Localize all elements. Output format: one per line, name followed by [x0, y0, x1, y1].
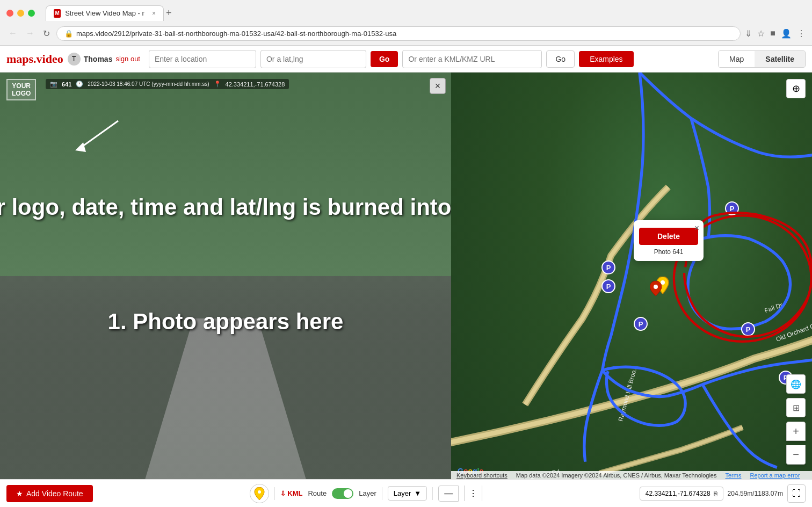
popup-photo-label: Photo 641 [639, 248, 698, 256]
parking-circle-3: P [601, 279, 615, 293]
map-background: Barney Rd Reservoir St Reservoir St Raym… [451, 73, 812, 507]
selected-pin-marker[interactable] [650, 281, 662, 298]
sign-out-link[interactable]: sign out [115, 55, 140, 63]
location-input[interactable] [149, 50, 256, 68]
parking-circle-4: P [634, 317, 648, 331]
sv-overlay-text2: 1. Photo appears here [108, 309, 344, 335]
forward-button[interactable]: → [24, 26, 37, 40]
coords-text: 42.334211,-71.674328 [646, 490, 711, 497]
pin-icon-button[interactable] [250, 484, 269, 503]
add-video-route-button[interactable]: ★ Add Video Route [6, 485, 93, 502]
location-badge: 42.334211,-71.674328 ⎘ [640, 487, 723, 501]
parking-circle-5: P [741, 322, 755, 336]
globe-view-button[interactable]: 🌐 [786, 374, 806, 394]
sv-logo-line1: YOUR [12, 82, 31, 90]
kml-input[interactable] [402, 50, 542, 68]
layer-dropdown[interactable]: Layer ▼ [388, 486, 427, 501]
distance-text: 204.59m/1183.07m [728, 490, 783, 497]
parking-marker-5[interactable]: P [741, 322, 755, 336]
star-icon[interactable]: ☆ [757, 28, 765, 39]
route-label: Route [308, 489, 327, 497]
location-arrow-button[interactable]: ⊕ [786, 79, 806, 98]
sv-overlay-text1: 2. Your logo, date, time and lat/lng is … [0, 194, 451, 220]
map-satellite-toggle: Map Satellite [718, 50, 806, 68]
map-view-button[interactable]: Map [719, 51, 755, 67]
crosshair-icon: ⊕ [792, 83, 800, 95]
copy-icon[interactable]: ⎘ [714, 490, 717, 497]
parking-circle-2: P [601, 260, 615, 274]
sv-sky [0, 73, 451, 276]
latlng-input[interactable] [260, 50, 366, 68]
popup-close-button[interactable]: × [694, 223, 699, 233]
zoom-out-button[interactable]: − [786, 445, 806, 465]
parking-marker-4[interactable]: P [634, 317, 648, 331]
terms-link[interactable]: Terms [726, 472, 742, 479]
url-bar[interactable]: 🔒 maps.video/2912/private-31-ball-st-nor… [56, 26, 741, 41]
toolbar-center-controls: ⇩ KML Route Layer Layer ▼ — ⋮ [250, 484, 482, 503]
url-text: maps.video/2912/private-31-ball-st-north… [76, 30, 396, 38]
sv-logo-line2: LOGO [12, 90, 31, 97]
user-avatar: T [68, 53, 81, 66]
menu-icon[interactable]: ⋮ [797, 28, 806, 39]
window-minimize-button[interactable] [17, 10, 24, 17]
sv-close-button[interactable]: × [430, 78, 446, 94]
route-layer-toggle[interactable] [332, 488, 353, 499]
sv-metadata-bar: 📷 641 🕐 2022-10-03 18:46:07 UTC (yyyy-mm… [46, 79, 289, 89]
svg-point-11 [258, 490, 261, 494]
svg-marker-1 [75, 142, 86, 152]
go-button-1[interactable]: Go [371, 51, 398, 67]
add-route-star-icon: ★ [16, 489, 23, 498]
layer-label: Layer [359, 489, 376, 497]
brand-logo[interactable]: maps.video [6, 52, 63, 66]
back-button[interactable]: ← [6, 26, 19, 40]
report-problem-link[interactable]: Report a map error [750, 472, 800, 479]
go-button-2[interactable]: Go [546, 50, 575, 68]
parking-marker-2[interactable]: P [601, 260, 615, 274]
main-content: YOUR LOGO 📷 641 🕐 2022-10-03 18:46:07 UT… [0, 73, 812, 507]
new-tab-button[interactable]: + [166, 8, 172, 19]
parking-marker-3[interactable]: P [601, 279, 615, 293]
browser-tab[interactable]: M Street View Video Map - map... × [46, 5, 164, 21]
bottom-toolbar: ★ Add Video Route ⇩ KML Route Layer Laye… [0, 479, 812, 507]
toolbar-sep1 [274, 487, 275, 500]
download-icon[interactable]: ⇓ [745, 28, 752, 39]
sv-clock-icon: 🕐 [76, 81, 83, 88]
grid-view-button[interactable]: ⊞ [786, 398, 806, 417]
tab-title: Street View Video Map - map... [65, 9, 144, 17]
layer-dropdown-arrow: ▼ [414, 489, 421, 497]
extensions-icon[interactable]: ■ [770, 28, 775, 38]
popup-delete-button[interactable]: Delete [639, 228, 698, 245]
parking-marker-1[interactable]: P [725, 201, 739, 215]
map-controls: 🌐 ⊞ + − [786, 374, 806, 465]
tab-close-button[interactable]: × [152, 10, 156, 17]
tab-favicon: M [54, 9, 61, 18]
toolbar-right-controls: 42.334211,-71.674328 ⎘ 204.59m/1183.07m … [640, 484, 806, 503]
toolbar-sep3 [432, 487, 433, 500]
zoom-in-button[interactable]: + [786, 422, 806, 441]
sv-logo-box: YOUR LOGO [6, 79, 36, 100]
window-close-button[interactable] [6, 10, 13, 17]
map-panel[interactable]: Barney Rd Reservoir St Reservoir St Raym… [451, 73, 812, 507]
sv-logo-indicator: YOUR LOGO [6, 79, 36, 100]
satellite-view-button[interactable]: Satellite [755, 51, 805, 67]
profile-icon[interactable]: 👤 [781, 28, 792, 39]
examples-button[interactable]: Examples [579, 51, 633, 67]
keyboard-shortcuts-link[interactable]: Keyboard shortcuts [456, 472, 508, 479]
window-maximize-button[interactable] [28, 10, 35, 17]
street-view-panel: YOUR LOGO 📷 641 🕐 2022-10-03 18:46:07 UT… [0, 73, 451, 507]
app-header: maps.video T Thomas sign out Go Go Examp… [0, 46, 812, 73]
map-popup: × Delete Photo 641 [634, 220, 704, 261]
dot-menu-button[interactable]: ⋮ [464, 486, 482, 501]
sv-date-time: 2022-10-03 18:46:07 UTC (yyyy-mm-dd hh:m… [88, 81, 209, 87]
fullscreen-button[interactable]: ⛶ [787, 484, 806, 503]
minus-button[interactable]: — [438, 486, 459, 502]
refresh-button[interactable]: ↻ [41, 26, 52, 41]
parking-circle-1: P [725, 201, 739, 215]
sv-arrow-annotation [64, 115, 129, 161]
dot-menu-icon: ⋮ [469, 489, 477, 498]
svg-point-10 [654, 285, 658, 289]
map-status-bar: Keyboard shortcuts Map data ©2024 Imager… [451, 471, 812, 480]
user-name: Thomas [84, 55, 113, 63]
kml-label: ⇩ KML [280, 489, 302, 497]
street-view-image[interactable]: YOUR LOGO 📷 641 🕐 2022-10-03 18:46:07 UT… [0, 73, 451, 480]
